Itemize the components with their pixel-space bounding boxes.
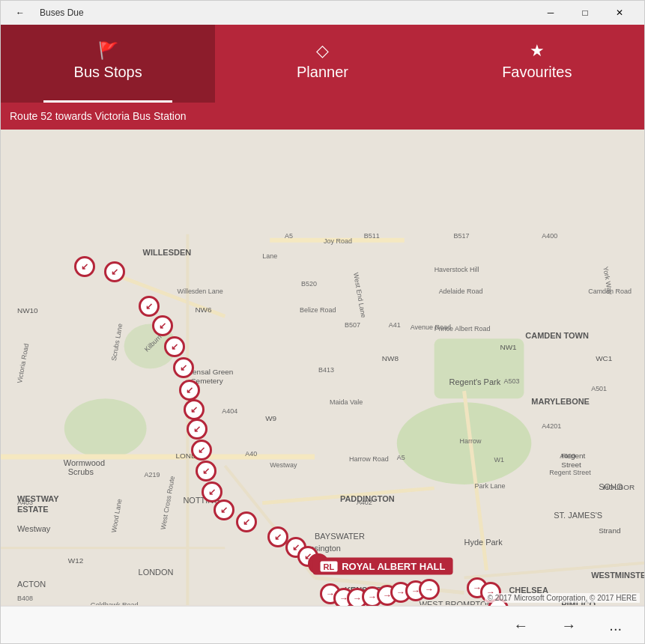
bus-stop-marker[interactable]: ↙ — [173, 357, 194, 378]
planner-label: Planner — [297, 64, 348, 81]
svg-text:WC1: WC1 — [596, 354, 613, 362]
bus-stop-marker[interactable]: ↙ — [179, 380, 200, 401]
svg-text:B408: B408 — [17, 595, 33, 602]
bus-stop-marker[interactable]: ↙ — [236, 511, 257, 532]
svg-text:Westway: Westway — [270, 461, 297, 469]
bus-stop-marker[interactable]: ↙ — [187, 419, 208, 440]
svg-text:Wormwood: Wormwood — [64, 458, 105, 467]
svg-text:Adelaide Road: Adelaide Road — [439, 288, 483, 295]
svg-text:Kensal Green: Kensal Green — [187, 368, 233, 376]
svg-text:W12: W12 — [68, 556, 84, 565]
bus-stop-marker[interactable]: ↙ — [152, 315, 173, 336]
svg-text:MARYLEBONE: MARYLEBONE — [531, 397, 590, 406]
svg-text:Regent: Regent — [561, 452, 585, 460]
svg-text:Belize Road: Belize Road — [300, 306, 336, 314]
route-text: Route 52 towards Victoria Bus Station — [10, 110, 187, 122]
svg-text:A404: A404 — [222, 407, 237, 415]
svg-text:Hyde Park: Hyde Park — [464, 538, 503, 547]
planner-icon: ◇ — [316, 41, 329, 61]
svg-text:Harrow: Harrow — [460, 437, 482, 445]
map-copyright: © 2017 Microsoft Corporation, © 2017 HER… — [485, 593, 640, 603]
bus-stop-marker[interactable]: ↙ — [164, 336, 185, 357]
map-background: A5 B511 B517 A400 B520 B507 A41 B413 A40… — [1, 130, 644, 605]
svg-text:Maida Vale: Maida Vale — [330, 398, 363, 406]
svg-text:NW6: NW6 — [195, 306, 212, 314]
bus-stop-marker[interactable]: ↙ — [184, 399, 205, 420]
window-controls: ─ □ ✕ — [533, 1, 637, 25]
svg-text:B413: B413 — [318, 366, 334, 374]
svg-text:WEST BROMPTON: WEST BROMPTON — [420, 601, 493, 605]
svg-text:B517: B517 — [454, 232, 470, 240]
svg-text:W1: W1 — [494, 456, 503, 464]
svg-text:Park Lane: Park Lane — [475, 482, 506, 490]
minimize-button[interactable]: ─ — [533, 1, 568, 25]
close-button[interactable]: ✕ — [602, 1, 637, 25]
svg-text:HOLBOR: HOLBOR — [603, 483, 635, 491]
svg-text:B520: B520 — [301, 281, 317, 288]
bus-stop-marker[interactable]: ↙ — [191, 440, 212, 461]
route-banner: Route 52 towards Victoria Bus Station — [1, 103, 644, 130]
svg-text:Avenue Road: Avenue Road — [411, 323, 451, 331]
tab-bus-stops[interactable]: 🚩 Bus Stops — [1, 25, 215, 103]
svg-text:WESTMINSTER: WESTMINSTER — [591, 571, 644, 580]
rah-text: ROYAL ALBERT HALL — [342, 561, 445, 572]
bus-stops-label: Bus Stops — [74, 64, 142, 81]
svg-text:A5: A5 — [397, 454, 405, 461]
svg-text:LONDON: LONDON — [139, 568, 174, 577]
maximize-button[interactable]: □ — [568, 1, 602, 25]
map-area[interactable]: A5 B511 B517 A400 B520 B507 A41 B413 A40… — [1, 130, 644, 606]
svg-text:PADDINGTON: PADDINGTON — [340, 494, 395, 503]
bus-stop-marker[interactable]: ↙ — [139, 296, 160, 317]
svg-text:Willesden Lane: Willesden Lane — [177, 288, 222, 295]
tab-planner[interactable]: ◇ Planner — [215, 25, 429, 103]
more-options-button[interactable]: ... — [602, 613, 629, 639]
svg-text:ACTON: ACTON — [17, 580, 46, 589]
svg-text:Harrow Road: Harrow Road — [349, 455, 389, 463]
svg-text:Strand: Strand — [599, 526, 620, 535]
title-bar-left: ← Buses Due — [8, 1, 84, 25]
svg-text:ESTATE: ESTATE — [17, 505, 49, 514]
bus-stop-marker[interactable]: → — [419, 579, 440, 600]
svg-text:ST. JAMES'S: ST. JAMES'S — [554, 511, 602, 520]
back-nav-button[interactable]: ← — [506, 613, 536, 639]
svg-text:A4201: A4201 — [542, 422, 561, 430]
bus-stop-marker[interactable]: ↙ — [196, 461, 216, 482]
svg-text:NW10: NW10 — [17, 306, 38, 315]
svg-text:A503: A503 — [503, 377, 519, 385]
svg-text:A219: A219 — [145, 471, 160, 479]
svg-text:WESTWAY: WESTWAY — [17, 494, 59, 503]
svg-text:Regent Street: Regent Street — [549, 469, 591, 476]
forward-nav-button[interactable]: → — [554, 613, 584, 639]
svg-text:WILLESDEN: WILLESDEN — [143, 248, 192, 257]
app-title: Buses Due — [40, 7, 84, 18]
bus-stop-marker[interactable]: ↙ — [214, 499, 234, 520]
title-bar: ← Buses Due ─ □ ✕ — [1, 1, 644, 25]
svg-text:A501: A501 — [591, 385, 607, 392]
svg-text:A5: A5 — [285, 232, 293, 240]
svg-text:W9: W9 — [265, 414, 276, 422]
svg-text:Street: Street — [561, 461, 581, 469]
svg-text:NW8: NW8 — [382, 354, 399, 362]
bus-stops-icon: 🚩 — [98, 41, 118, 61]
svg-text:NW1: NW1 — [500, 343, 517, 351]
svg-text:A41: A41 — [389, 321, 401, 329]
svg-text:B511: B511 — [364, 232, 380, 240]
svg-text:CAMDEN TOWN: CAMDEN TOWN — [525, 331, 589, 340]
svg-text:B507: B507 — [345, 321, 360, 329]
svg-text:Goldhawk Road: Goldhawk Road — [91, 602, 139, 605]
svg-text:Joy Road: Joy Road — [324, 237, 352, 245]
back-button[interactable]: ← — [8, 1, 32, 25]
svg-text:A400: A400 — [542, 232, 557, 240]
bus-stop-marker[interactable]: ↙ — [202, 482, 222, 502]
svg-text:A40: A40 — [245, 450, 257, 458]
rl-badge: RL — [321, 561, 338, 571]
bus-stop-marker[interactable]: ↙ — [104, 261, 125, 282]
svg-text:Scrubs: Scrubs — [68, 467, 94, 476]
navigation-header: 🚩 Bus Stops ◇ Planner ★ Favourites — [1, 25, 644, 103]
svg-text:Haverstock Hill: Haverstock Hill — [434, 266, 479, 273]
royal-albert-hall-label[interactable]: RL ROYAL ALBERT HALL — [313, 558, 453, 575]
tab-favourites[interactable]: ★ Favourites — [430, 25, 644, 103]
bus-stop-marker[interactable]: ↙ — [74, 256, 95, 277]
favourites-label: Favourites — [502, 64, 572, 81]
favourites-icon: ★ — [530, 41, 545, 61]
